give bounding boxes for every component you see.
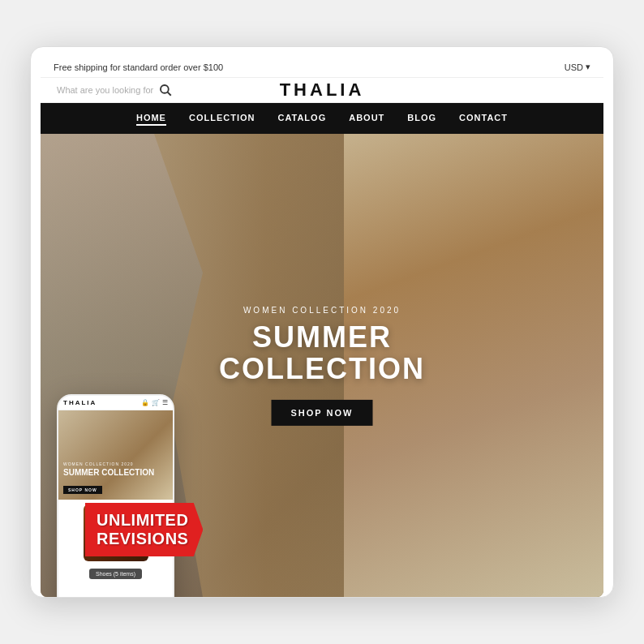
currency-chevron-icon: ▾ — [586, 62, 590, 72]
mobile-lock-icon: 🔒 — [141, 399, 149, 406]
search-left: What are you looking for — [57, 83, 173, 97]
mobile-shop-button[interactable]: SHOP NOW — [63, 486, 102, 494]
hero-section: WOMEN COLLECTION 2020 SUMMER COLLECTION … — [41, 134, 603, 597]
mobile-brand: THALIA — [63, 399, 97, 406]
mobile-product-count: (5 items) — [114, 571, 135, 577]
mobile-product-name: Shoes — [96, 571, 112, 577]
mobile-top-bar: THALIA 🔒 🛒 ☰ — [58, 396, 173, 410]
nav-item-collection[interactable]: COLLECTION — [189, 111, 255, 126]
top-bar: Free shipping for standard order over $1… — [41, 57, 603, 78]
nav-item-contact[interactable]: CONTACT — [459, 111, 508, 126]
badge-line2: REVISIONS — [97, 530, 188, 547]
nav-item-home[interactable]: HOME — [136, 111, 166, 126]
shop-now-button[interactable]: SHOP NOW — [272, 400, 373, 426]
search-icon[interactable] — [158, 83, 173, 97]
svg-line-1 — [168, 92, 171, 96]
mobile-hero-content: WOMEN COLLECTION 2020 SUMMER COLLECTION … — [63, 462, 154, 495]
search-placeholder-text: What are you looking for — [57, 85, 153, 95]
hero-title: SUMMER COLLECTION — [182, 320, 463, 384]
mobile-hero-title: SUMMER COLLECTION — [63, 468, 154, 477]
svg-point-0 — [161, 85, 169, 93]
mobile-icons: 🔒 🛒 ☰ — [141, 399, 168, 406]
badge-line1: UNLIMITED — [97, 511, 188, 529]
mobile-shoe-label: Shoes (5 items) — [89, 569, 142, 579]
laptop-frame: Free shipping for standard order over $1… — [30, 46, 614, 598]
currency-label: USD — [565, 62, 583, 72]
nav-item-catalog[interactable]: CATALOG — [277, 111, 326, 126]
currency-selector[interactable]: USD ▾ — [565, 62, 590, 72]
nav-bar: HOME COLLECTION CATALOG ABOUT BLOG CONTA… — [41, 103, 603, 134]
mobile-hero-subtitle: WOMEN COLLECTION 2020 — [63, 462, 154, 466]
mobile-menu-icon: ☰ — [162, 399, 168, 406]
laptop-screen: Free shipping for standard order over $1… — [41, 57, 603, 597]
mobile-cart-icon: 🛒 — [152, 399, 160, 406]
nav-item-blog[interactable]: BLOG — [407, 111, 436, 126]
mobile-frame: THALIA 🔒 🛒 ☰ WOMEN COLLECTION 2020 SUMME… — [57, 394, 174, 597]
brand-name: THALIA — [280, 79, 365, 101]
hero-content: WOMEN COLLECTION 2020 SUMMER COLLECTION … — [182, 305, 463, 425]
nav-item-about[interactable]: ABOUT — [349, 111, 384, 126]
shipping-notice: Free shipping for standard order over $1… — [54, 62, 223, 72]
mobile-hero: WOMEN COLLECTION 2020 SUMMER COLLECTION … — [58, 410, 173, 500]
search-row: What are you looking for THALIA — [41, 78, 603, 103]
unlimited-revisions-badge: UNLIMITED REVISIONS — [85, 503, 203, 556]
hero-subtitle: WOMEN COLLECTION 2020 — [182, 305, 463, 314]
